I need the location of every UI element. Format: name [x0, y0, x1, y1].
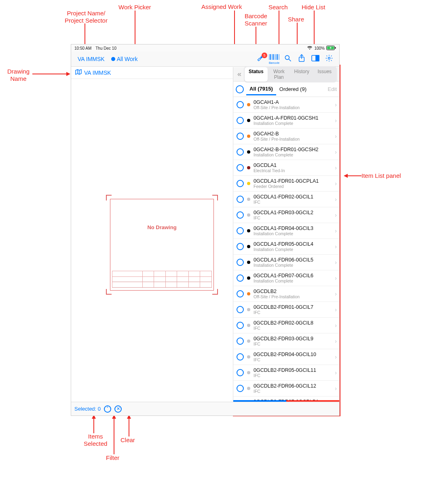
list-item[interactable]: 0GCDLA1-FDR07-0GCIL6Installation Complet…	[233, 270, 339, 286]
list-item[interactable]: 0GCDLA1-FDR04-0GCIL3Installation Complet…	[233, 223, 339, 239]
status-dot-icon	[247, 261, 250, 264]
status-dot-icon	[247, 229, 250, 232]
device-frame: 10:50 AM Thu Dec 10 100% VA IMMSK All Wo…	[71, 44, 340, 416]
filter-button[interactable]: ˄	[104, 405, 111, 413]
status-dot-icon	[247, 308, 250, 311]
row-checkbox[interactable]	[237, 196, 244, 203]
item-subtitle: Installation Complete	[254, 121, 333, 126]
row-checkbox[interactable]	[237, 101, 244, 108]
selected-count[interactable]: Selected: 0	[74, 406, 101, 412]
item-subtitle: Installation Complete	[254, 263, 333, 268]
status-dot-icon	[247, 103, 250, 106]
share-button[interactable]	[295, 53, 309, 65]
row-checkbox[interactable]	[237, 337, 244, 345]
filter-all[interactable]: All (7915)	[246, 83, 276, 95]
project-selector[interactable]: VA IMMSK	[74, 56, 108, 62]
row-checkbox[interactable]	[237, 164, 244, 171]
chevron-right-icon: ›	[333, 369, 337, 376]
item-title: 0GCDLB2-FDR05-0GCIL11	[254, 367, 333, 373]
panels-icon	[311, 55, 319, 63]
list-item[interactable]: 0GCDLB2-FDR05-0GCIL11IFC›	[233, 365, 339, 381]
list-item[interactable]: 0GCDLB2-FDR02-0GCIL8IFC›	[233, 318, 339, 333]
chevron-right-icon: ›	[333, 338, 337, 344]
bottom-bar: Selected: 0 ˄ ✕	[71, 402, 339, 415]
tab-work-plan[interactable]: Work Plan	[268, 67, 291, 82]
row-checkbox[interactable]	[237, 117, 244, 124]
row-checkbox[interactable]	[237, 148, 244, 156]
item-title: 0GCDLA1-FDR04-0GCIL3	[254, 226, 333, 231]
status-dot-icon	[247, 292, 250, 295]
hide-list-button[interactable]	[309, 53, 322, 65]
row-checkbox[interactable]	[237, 322, 244, 329]
list-item[interactable]: 0GCAH2-B-FDR01-0GCSH2Installation Comple…	[233, 144, 339, 160]
row-checkbox[interactable]	[237, 290, 244, 297]
list-item[interactable]: 0GCDLA1-FDR05-0GCIL4Installation Complet…	[233, 239, 339, 255]
edit-link[interactable]: Edit	[328, 86, 337, 92]
row-checkbox[interactable]	[237, 180, 244, 187]
list-item[interactable]: 0GCAH1-AOff-Site / Pre-Installation›	[233, 97, 339, 113]
list-item[interactable]: 0GCDLA1Electrical Tied-In›	[233, 160, 339, 176]
list-item[interactable]: 0GCDLB2-FDR01-0GCIL7IFC›	[233, 302, 339, 318]
status-dot-icon	[247, 371, 250, 374]
drawing-link[interactable]: VA IMMSK	[75, 69, 111, 76]
row-checkbox[interactable]	[237, 274, 244, 282]
status-dot-icon	[247, 245, 250, 248]
chevrons-left-icon: «	[237, 70, 241, 78]
chevron-right-icon: ›	[333, 149, 337, 155]
chevron-right-icon: ›	[333, 385, 337, 392]
work-picker[interactable]: All Work	[108, 56, 141, 62]
list-item[interactable]: 0GCDLA1-FDR06-0GCIL5Installation Complet…	[233, 255, 339, 270]
item-list-panel: « StatusWork PlanHistoryIssues All (7915…	[233, 67, 339, 415]
list-item[interactable]: 0GCDLA1-FDR02-0GCIL1IFC›	[233, 192, 339, 207]
row-checkbox[interactable]	[237, 369, 244, 376]
drawing-thumbnail: No Drawing	[108, 197, 216, 292]
chevron-right-icon: ›	[333, 228, 337, 234]
row-checkbox[interactable]	[237, 243, 244, 250]
search-button[interactable]	[281, 53, 295, 65]
status-bar: 10:50 AM Thu Dec 10 100%	[71, 44, 339, 52]
item-title: 0GCDLB2-FDR04-0GCIL10	[254, 352, 333, 357]
barcode-button[interactable]: Barcode	[267, 53, 281, 65]
list-item[interactable]: 0GCDLA1-FDR01-0GCPLA1Feeder Ordered›	[233, 176, 339, 192]
status-dot-icon	[247, 119, 250, 122]
svg-marker-5	[66, 72, 70, 76]
item-title: 0GCDLA1-FDR02-0GCIL1	[254, 194, 333, 200]
list-item[interactable]: 0GCDLA1-FDR03-0GCIL2IFC›	[233, 207, 339, 223]
settings-button[interactable]	[322, 53, 336, 65]
list-item[interactable]: 0GCDLB2Off-Site / Pre-Installation›	[233, 286, 339, 302]
assigned-work-button[interactable]: 5	[254, 53, 267, 65]
svg-point-40	[328, 57, 330, 59]
chevron-up-icon: ˄	[106, 406, 109, 411]
ann-barcode: Barcode Scanner	[245, 13, 267, 27]
no-drawing-label: No Drawing	[110, 224, 213, 230]
row-checkbox[interactable]	[237, 385, 244, 392]
row-checkbox[interactable]	[237, 306, 244, 313]
chevron-right-icon: ›	[333, 212, 337, 218]
barcode-icon	[269, 54, 279, 61]
row-checkbox[interactable]	[237, 227, 244, 234]
list-item[interactable]: 0GCDLB2-FDR06-0GCIL12IFC›	[233, 381, 339, 396]
row-checkbox[interactable]	[237, 133, 244, 140]
row-checkbox[interactable]	[237, 353, 244, 361]
row-checkbox[interactable]	[237, 259, 244, 266]
collapse-panel-button[interactable]: «	[236, 70, 243, 78]
select-all-checkbox[interactable]	[236, 85, 244, 93]
map-icon	[75, 69, 82, 76]
chevron-right-icon: ›	[333, 322, 337, 329]
item-title: 0GCDLA1-FDR07-0GCIL6	[254, 273, 333, 278]
tab-history[interactable]: History	[290, 67, 313, 82]
item-list[interactable]: 0GCAH1-AOff-Site / Pre-Installation›0GCA…	[233, 97, 339, 400]
filter-ordered[interactable]: Ordered (9)	[276, 84, 310, 95]
clear-button[interactable]: ✕	[114, 405, 122, 413]
list-item[interactable]: 0GCAH1-A-FDR01-0GCSH1Installation Comple…	[233, 113, 339, 129]
list-item[interactable]: 0GCDLB2-FDR07-0GCPLB1Installation Comple…	[233, 396, 339, 400]
list-item[interactable]: 0GCAH2-BOff-Site / Pre-Installation›	[233, 129, 339, 144]
item-subtitle: IFC	[254, 215, 333, 220]
chevron-right-icon: ›	[333, 180, 337, 187]
list-item[interactable]: 0GCDLB2-FDR04-0GCIL10IFC›	[233, 349, 339, 365]
tab-status[interactable]: Status	[245, 67, 268, 82]
tab-issues[interactable]: Issues	[313, 67, 336, 82]
list-item[interactable]: 0GCDLB2-FDR03-0GCIL9IFC›	[233, 333, 339, 349]
row-checkbox[interactable]	[237, 211, 244, 219]
item-subtitle: Off-Site / Pre-Installation	[254, 137, 333, 141]
